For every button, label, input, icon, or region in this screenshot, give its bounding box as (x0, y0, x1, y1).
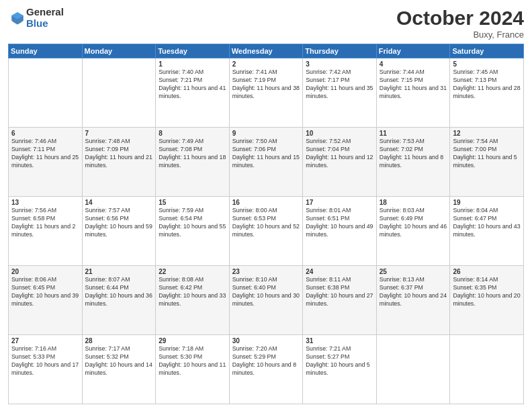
day-number: 16 (232, 199, 300, 206)
day-info: Sunrise: 8:11 AMSunset: 6:38 PMDaylight:… (306, 276, 373, 308)
day-info: Sunrise: 7:16 AMSunset: 5:33 PMDaylight:… (11, 345, 79, 377)
day-cell-0-3: 2Sunrise: 7:41 AMSunset: 7:19 PMDaylight… (229, 58, 303, 128)
header-monday: Monday (82, 44, 156, 58)
day-info: Sunrise: 8:03 AMSunset: 6:49 PMDaylight:… (380, 207, 447, 239)
day-info: Sunrise: 8:04 AMSunset: 6:47 PMDaylight:… (453, 207, 521, 239)
header-thursday: Thursday (303, 44, 377, 58)
day-info: Sunrise: 7:20 AMSunset: 5:29 PMDaylight:… (232, 345, 300, 377)
day-cell-1-0: 6Sunrise: 7:46 AMSunset: 7:11 PMDaylight… (9, 128, 83, 197)
day-cell-4-5 (376, 335, 450, 404)
day-cell-0-2: 1Sunrise: 7:40 AMSunset: 7:21 PMDaylight… (156, 58, 230, 128)
day-cell-2-1: 14Sunrise: 7:57 AMSunset: 6:56 PMDayligh… (82, 197, 156, 266)
week-row-2: 6Sunrise: 7:46 AMSunset: 7:11 PMDaylight… (9, 128, 524, 197)
day-info: Sunrise: 7:50 AMSunset: 7:06 PMDaylight:… (232, 138, 300, 170)
day-cell-2-3: 16Sunrise: 8:00 AMSunset: 6:53 PMDayligh… (229, 197, 303, 266)
logo-text: General Blue (26, 7, 64, 29)
day-number: 21 (85, 268, 153, 275)
day-number: 12 (453, 130, 521, 137)
day-cell-3-5: 25Sunrise: 8:13 AMSunset: 6:37 PMDayligh… (376, 266, 450, 335)
day-info: Sunrise: 7:46 AMSunset: 7:11 PMDaylight:… (11, 138, 79, 170)
day-cell-3-4: 24Sunrise: 8:11 AMSunset: 6:38 PMDayligh… (303, 266, 377, 335)
day-number: 18 (380, 199, 447, 206)
day-info: Sunrise: 8:06 AMSunset: 6:45 PMDaylight:… (11, 276, 79, 308)
day-cell-3-6: 26Sunrise: 8:14 AMSunset: 6:35 PMDayligh… (450, 266, 524, 335)
day-cell-4-2: 29Sunrise: 7:18 AMSunset: 5:30 PMDayligh… (156, 335, 230, 404)
week-row-3: 13Sunrise: 7:56 AMSunset: 6:58 PMDayligh… (9, 197, 524, 266)
day-number: 22 (159, 268, 226, 275)
day-number: 9 (232, 130, 300, 137)
day-cell-3-3: 23Sunrise: 8:10 AMSunset: 6:40 PMDayligh… (229, 266, 303, 335)
day-number: 5 (453, 60, 521, 68)
day-number: 6 (11, 130, 79, 137)
logo-icon (10, 11, 25, 26)
calendar-title: October 2024 (396, 7, 524, 30)
day-cell-0-5: 4Sunrise: 7:44 AMSunset: 7:15 PMDaylight… (376, 58, 450, 128)
day-info: Sunrise: 7:57 AMSunset: 6:56 PMDaylight:… (85, 207, 153, 239)
day-cell-1-1: 7Sunrise: 7:48 AMSunset: 7:09 PMDaylight… (82, 128, 156, 197)
header-sunday: Sunday (9, 44, 83, 58)
day-number: 1 (159, 60, 226, 68)
day-info: Sunrise: 8:07 AMSunset: 6:44 PMDaylight:… (85, 276, 153, 308)
day-info: Sunrise: 8:08 AMSunset: 6:42 PMDaylight:… (159, 276, 226, 308)
page: General Blue October 2024 Buxy, France S… (0, 0, 532, 411)
day-cell-0-6: 5Sunrise: 7:45 AMSunset: 7:13 PMDaylight… (450, 58, 524, 128)
day-cell-2-4: 17Sunrise: 8:01 AMSunset: 6:51 PMDayligh… (303, 197, 377, 266)
logo-general-text: General (26, 7, 64, 18)
header-friday: Friday (376, 44, 450, 58)
day-cell-1-3: 9Sunrise: 7:50 AMSunset: 7:06 PMDaylight… (229, 128, 303, 197)
calendar-location: Buxy, France (396, 30, 524, 40)
day-cell-0-4: 3Sunrise: 7:42 AMSunset: 7:17 PMDaylight… (303, 58, 377, 128)
day-number: 17 (306, 199, 373, 206)
day-number: 20 (11, 268, 79, 275)
day-number: 24 (306, 268, 373, 275)
day-cell-2-2: 15Sunrise: 7:59 AMSunset: 6:54 PMDayligh… (156, 197, 230, 266)
day-info: Sunrise: 7:21 AMSunset: 5:27 PMDaylight:… (306, 345, 373, 377)
week-row-4: 20Sunrise: 8:06 AMSunset: 6:45 PMDayligh… (9, 266, 524, 335)
day-number: 7 (85, 130, 153, 137)
day-cell-1-4: 10Sunrise: 7:52 AMSunset: 7:04 PMDayligh… (303, 128, 377, 197)
day-cell-1-2: 8Sunrise: 7:49 AMSunset: 7:08 PMDaylight… (156, 128, 230, 197)
day-number: 15 (159, 199, 226, 206)
day-number: 28 (85, 337, 153, 345)
day-info: Sunrise: 7:42 AMSunset: 7:17 PMDaylight:… (306, 68, 373, 101)
day-number: 26 (453, 268, 521, 275)
day-cell-4-3: 30Sunrise: 7:20 AMSunset: 5:29 PMDayligh… (229, 335, 303, 404)
day-cell-2-5: 18Sunrise: 8:03 AMSunset: 6:49 PMDayligh… (376, 197, 450, 266)
day-number: 31 (306, 337, 373, 345)
header-tuesday: Tuesday (156, 44, 230, 58)
day-cell-1-5: 11Sunrise: 7:53 AMSunset: 7:02 PMDayligh… (376, 128, 450, 197)
day-info: Sunrise: 7:40 AMSunset: 7:21 PMDaylight:… (159, 68, 226, 101)
day-number: 14 (85, 199, 153, 206)
logo: General Blue (8, 7, 64, 29)
day-number: 3 (306, 60, 373, 68)
day-cell-4-4: 31Sunrise: 7:21 AMSunset: 5:27 PMDayligh… (303, 335, 377, 404)
day-cell-0-1 (82, 58, 156, 128)
day-cell-1-6: 12Sunrise: 7:54 AMSunset: 7:00 PMDayligh… (450, 128, 524, 197)
day-info: Sunrise: 7:49 AMSunset: 7:08 PMDaylight:… (159, 138, 226, 170)
title-block: October 2024 Buxy, France (396, 7, 524, 40)
day-info: Sunrise: 7:45 AMSunset: 7:13 PMDaylight:… (453, 68, 521, 101)
header-saturday: Saturday (450, 44, 524, 58)
day-info: Sunrise: 7:44 AMSunset: 7:15 PMDaylight:… (380, 68, 447, 101)
day-cell-2-6: 19Sunrise: 8:04 AMSunset: 6:47 PMDayligh… (450, 197, 524, 266)
day-cell-3-2: 22Sunrise: 8:08 AMSunset: 6:42 PMDayligh… (156, 266, 230, 335)
day-cell-0-0 (9, 58, 83, 128)
day-number: 19 (453, 199, 521, 206)
day-cell-4-0: 27Sunrise: 7:16 AMSunset: 5:33 PMDayligh… (9, 335, 83, 404)
day-info: Sunrise: 7:56 AMSunset: 6:58 PMDaylight:… (11, 207, 79, 239)
day-cell-3-0: 20Sunrise: 8:06 AMSunset: 6:45 PMDayligh… (9, 266, 83, 335)
day-number: 27 (11, 337, 79, 345)
day-number: 30 (232, 337, 300, 345)
day-info: Sunrise: 8:14 AMSunset: 6:35 PMDaylight:… (453, 276, 521, 308)
week-row-5: 27Sunrise: 7:16 AMSunset: 5:33 PMDayligh… (9, 335, 524, 404)
weekday-header-row: Sunday Monday Tuesday Wednesday Thursday… (9, 44, 524, 58)
day-number: 25 (380, 268, 447, 275)
day-info: Sunrise: 8:13 AMSunset: 6:37 PMDaylight:… (380, 276, 447, 308)
day-info: Sunrise: 7:52 AMSunset: 7:04 PMDaylight:… (306, 138, 373, 170)
day-info: Sunrise: 7:54 AMSunset: 7:00 PMDaylight:… (453, 138, 521, 170)
day-info: Sunrise: 8:10 AMSunset: 6:40 PMDaylight:… (232, 276, 300, 308)
day-info: Sunrise: 7:41 AMSunset: 7:19 PMDaylight:… (232, 68, 300, 101)
day-info: Sunrise: 7:18 AMSunset: 5:30 PMDaylight:… (159, 345, 226, 377)
header-wednesday: Wednesday (229, 44, 303, 58)
day-info: Sunrise: 7:17 AMSunset: 5:32 PMDaylight:… (85, 345, 153, 377)
